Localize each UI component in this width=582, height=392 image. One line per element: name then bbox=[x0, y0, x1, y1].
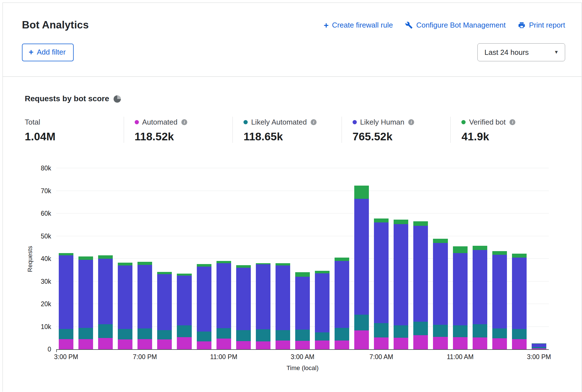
stacked-bar[interactable] bbox=[78, 168, 93, 349]
stat-verified-bot[interactable]: Verified bot i 41.9k bbox=[450, 117, 560, 143]
bar-segment-automated[interactable] bbox=[473, 337, 487, 349]
bar-segment-likely-human[interactable] bbox=[335, 261, 349, 328]
bar-segment-verified-bot[interactable] bbox=[78, 256, 93, 260]
stacked-bar[interactable] bbox=[236, 168, 251, 349]
bar-segment-likely-human[interactable] bbox=[492, 255, 507, 328]
stacked-bar[interactable] bbox=[492, 168, 507, 349]
bar-segment-verified-bot[interactable] bbox=[118, 263, 132, 265]
bar-segment-verified-bot[interactable] bbox=[374, 218, 389, 222]
stacked-bar[interactable] bbox=[216, 168, 231, 349]
info-icon[interactable]: i bbox=[408, 119, 414, 125]
bar-segment-automated[interactable] bbox=[394, 338, 408, 349]
stacked-bar[interactable] bbox=[473, 168, 487, 349]
stacked-bar[interactable] bbox=[137, 168, 152, 349]
bar-segment-verified-bot[interactable] bbox=[413, 221, 428, 226]
bar-segment-likely-human[interactable] bbox=[433, 243, 448, 325]
bar-segment-verified-bot[interactable] bbox=[216, 261, 231, 263]
bar-segment-automated[interactable] bbox=[197, 341, 211, 349]
bar-segment-automated[interactable] bbox=[354, 330, 369, 349]
bar-segment-likely-human[interactable] bbox=[118, 265, 132, 329]
bar-segment-likely-automated[interactable] bbox=[59, 329, 73, 339]
bar-segment-verified-bot[interactable] bbox=[453, 246, 468, 253]
bar-segment-automated[interactable] bbox=[137, 339, 152, 349]
stacked-bar[interactable] bbox=[315, 168, 330, 349]
bar-segment-likely-automated[interactable] bbox=[335, 328, 349, 341]
bar-segment-likely-automated[interactable] bbox=[177, 325, 191, 337]
bar-segment-verified-bot[interactable] bbox=[512, 254, 527, 258]
stacked-bar[interactable] bbox=[118, 168, 132, 349]
info-icon[interactable]: i bbox=[311, 119, 317, 125]
stacked-bar[interactable] bbox=[177, 168, 191, 349]
bar-segment-likely-automated[interactable] bbox=[453, 325, 468, 337]
bar-segment-likely-automated[interactable] bbox=[512, 329, 527, 339]
bar-segment-likely-automated[interactable] bbox=[216, 328, 231, 339]
bar-segment-verified-bot[interactable] bbox=[197, 264, 211, 267]
bar-segment-likely-automated[interactable] bbox=[295, 330, 310, 341]
stacked-bar[interactable] bbox=[256, 168, 270, 349]
bar-segment-automated[interactable] bbox=[98, 338, 113, 349]
bar-segment-automated[interactable] bbox=[512, 339, 527, 349]
bar-segment-likely-human[interactable] bbox=[177, 276, 191, 325]
bar-segment-verified-bot[interactable] bbox=[473, 246, 487, 250]
bar-segment-likely-human[interactable] bbox=[59, 255, 73, 329]
bar-segment-likely-automated[interactable] bbox=[433, 325, 448, 337]
bar-segment-automated[interactable] bbox=[236, 341, 251, 349]
bar-segment-likely-automated[interactable] bbox=[118, 329, 132, 340]
bar-segment-automated[interactable] bbox=[453, 337, 468, 349]
bar-segment-likely-human[interactable] bbox=[78, 260, 93, 328]
bar-segment-verified-bot[interactable] bbox=[315, 271, 330, 274]
bar-segment-automated[interactable] bbox=[157, 339, 172, 349]
bar-segment-automated[interactable] bbox=[78, 339, 93, 349]
bar-segment-likely-human[interactable] bbox=[354, 199, 369, 315]
stat-likely-automated[interactable]: Likely Automated i 118.65k bbox=[233, 117, 342, 143]
bar-segment-likely-automated[interactable] bbox=[473, 324, 487, 337]
stacked-bar[interactable] bbox=[354, 168, 369, 349]
bar-segment-verified-bot[interactable] bbox=[354, 186, 369, 199]
stacked-bar[interactable] bbox=[532, 168, 546, 349]
bar-segment-verified-bot[interactable] bbox=[295, 272, 310, 277]
stacked-bar[interactable] bbox=[433, 168, 448, 349]
bar-segment-automated[interactable] bbox=[335, 341, 349, 349]
bar-segment-likely-human[interactable] bbox=[394, 224, 408, 326]
bar-segment-automated[interactable] bbox=[295, 341, 310, 349]
bar-segment-verified-bot[interactable] bbox=[98, 255, 113, 259]
bar-segment-likely-automated[interactable] bbox=[413, 322, 428, 335]
bar-segment-likely-automated[interactable] bbox=[256, 329, 270, 341]
bar-segment-automated[interactable] bbox=[177, 337, 191, 349]
bar-segment-verified-bot[interactable] bbox=[492, 251, 507, 255]
bar-segment-likely-automated[interactable] bbox=[137, 328, 152, 339]
bar-segment-likely-automated[interactable] bbox=[374, 323, 389, 337]
stat-likely-human[interactable]: Likely Human i 765.52k bbox=[342, 117, 451, 143]
configure-bot-management-link[interactable]: Configure Bot Management bbox=[405, 21, 506, 30]
info-icon[interactable]: i bbox=[181, 119, 187, 125]
bar-segment-likely-automated[interactable] bbox=[197, 332, 211, 341]
stacked-bar[interactable] bbox=[276, 168, 290, 349]
stacked-bar[interactable] bbox=[157, 168, 172, 349]
time-range-select[interactable]: Last 24 hours ▼ bbox=[477, 43, 565, 61]
stacked-bar[interactable] bbox=[512, 168, 527, 349]
bar-segment-likely-human[interactable] bbox=[197, 267, 211, 332]
bar-segment-likely-automated[interactable] bbox=[492, 328, 507, 338]
bar-segment-likely-human[interactable] bbox=[137, 265, 152, 328]
stacked-bar[interactable] bbox=[295, 168, 310, 349]
stacked-bar[interactable] bbox=[394, 168, 408, 349]
bar-segment-likely-automated[interactable] bbox=[98, 324, 113, 338]
stacked-bar[interactable] bbox=[413, 168, 428, 349]
bar-segment-likely-human[interactable] bbox=[374, 222, 389, 323]
add-filter-button[interactable]: + Add filter bbox=[22, 44, 74, 61]
stacked-bar[interactable] bbox=[98, 168, 113, 349]
bar-segment-verified-bot[interactable] bbox=[394, 220, 408, 224]
bar-segment-automated[interactable] bbox=[315, 341, 330, 349]
info-icon[interactable]: i bbox=[509, 119, 515, 125]
bar-segment-verified-bot[interactable] bbox=[137, 262, 152, 265]
bar-segment-verified-bot[interactable] bbox=[59, 253, 73, 255]
bar-segment-automated[interactable] bbox=[532, 348, 546, 349]
stacked-bar[interactable] bbox=[335, 168, 349, 349]
bar-segment-likely-human[interactable] bbox=[532, 344, 546, 347]
bar-segment-likely-automated[interactable] bbox=[157, 330, 172, 340]
bar-segment-likely-human[interactable] bbox=[157, 274, 172, 330]
bar-segment-likely-automated[interactable] bbox=[354, 315, 369, 330]
stacked-bar[interactable] bbox=[59, 168, 73, 349]
bar-segment-likely-human[interactable] bbox=[216, 263, 231, 328]
bar-segment-verified-bot[interactable] bbox=[177, 274, 191, 276]
